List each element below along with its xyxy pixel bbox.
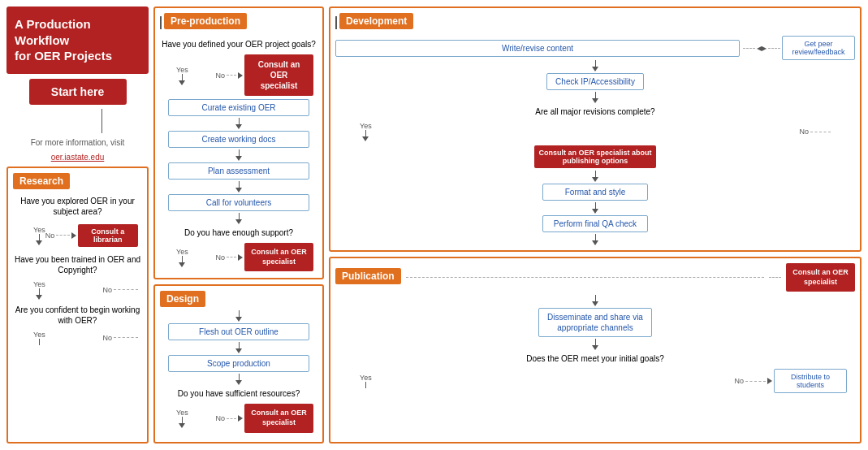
pre-q1-no: No [215,71,225,80]
peer-review-box: Get peer review/feedback [782,36,855,60]
middle-column: Pre-production Have you defined your OER… [153,6,324,444]
title-line2: for OER Projects [15,49,112,63]
main-container: A Production Workflow for OER Projects S… [0,0,868,450]
development-section: Development Write/revise content ◀▶ [329,6,862,252]
q2-yes: Yes [33,280,45,288]
development-title: Development [339,13,413,29]
left-column: A Production Workflow for OER Projects S… [6,6,149,444]
pub-q1-no: No [734,377,744,385]
q1-no: No [45,231,55,240]
research-flow: Have you explored OER in your subject ar… [13,193,142,347]
pub-distribute: Distribute to students [774,369,847,393]
pre-step-3: Plan assessment [168,162,310,180]
start-here-box: Start here [29,79,127,105]
publication-title: Publication [335,268,401,284]
pre-q1-yes: Yes [176,66,188,74]
pre-step-4: Call for volunteers [168,194,310,211]
dev-q1-no: No [799,128,809,136]
preproduction-title: Pre-production [164,13,247,29]
pre-q1: Have you defined your OER project goals? [162,39,316,50]
research-q1: Have you explored OER in your subject ar… [13,196,142,217]
q1-yes: Yes [33,226,45,234]
dev-step-1: Write/revise content [335,40,740,57]
right-column: Development Write/revise content ◀▶ [329,6,862,444]
dev-q1: Are all major revisions complete? [535,106,654,117]
pub-q1: Does the OER meet your initial goals? [526,353,664,364]
oer-link[interactable]: oer.iastate.edu [51,153,105,162]
design-q1-no: No [215,414,225,422]
design-q1: Do you have sufficient resources? [178,388,300,399]
dev-consult-box: Consult an OER specialist about publishi… [534,145,656,168]
design-step-2: Scope production [168,355,310,372]
dev-format-style: Format and style [542,184,648,201]
research-title: Research [13,173,70,189]
pre-q2-yes: Yes [176,248,188,256]
title-line1: A Production Workflow [15,17,91,47]
design-consult-box: Consult an OER specialist [244,404,313,432]
design-section: Design Flesh out OER outline Scope produ… [153,284,324,444]
design-title: Design [160,291,205,307]
pre-step-2: Create working docs [168,131,310,148]
pre-step-1: Curate existing OER [168,99,310,116]
q3-yes: Yes [33,331,45,339]
publication-section: Publication Consult an OER specialist Di… [329,257,862,444]
pub-disseminate: Disseminate and share via appropriate ch… [538,308,652,337]
pre-q2-no: No [215,253,225,262]
pub-q1-yes: Yes [360,374,372,382]
design-step-1: Flesh out OER outline [168,323,310,340]
pre-q2: Do you have enough support? [184,227,293,238]
dev-step-2: Check IP/Accessibility [546,73,644,90]
research-q2: Have you been trained in OER and Copyrig… [13,254,142,275]
design-q1-yes: Yes [176,409,188,417]
preproduction-section: Pre-production Have you defined your OER… [153,6,324,279]
dev-q1-yes: Yes [360,122,372,130]
research-q3: Are you confident to begin working with … [13,305,142,326]
research-section: Research Have you explored OER in your s… [6,167,149,444]
consult-librarian-box: Consult a librarian [78,224,138,247]
title-box: A Production Workflow for OER Projects [6,6,149,74]
q3-no: No [102,334,112,342]
q2-no: No [102,286,112,294]
start-info: For more information, visit [31,136,125,150]
pre-consult-box-2: Consult an OER specialist [244,243,313,271]
pub-consult-box: Consult an OER specialist [786,263,855,292]
pre-consult-box: Consult an OER specialist [244,54,313,96]
dev-qa-check: Perform final QA check [542,215,648,232]
